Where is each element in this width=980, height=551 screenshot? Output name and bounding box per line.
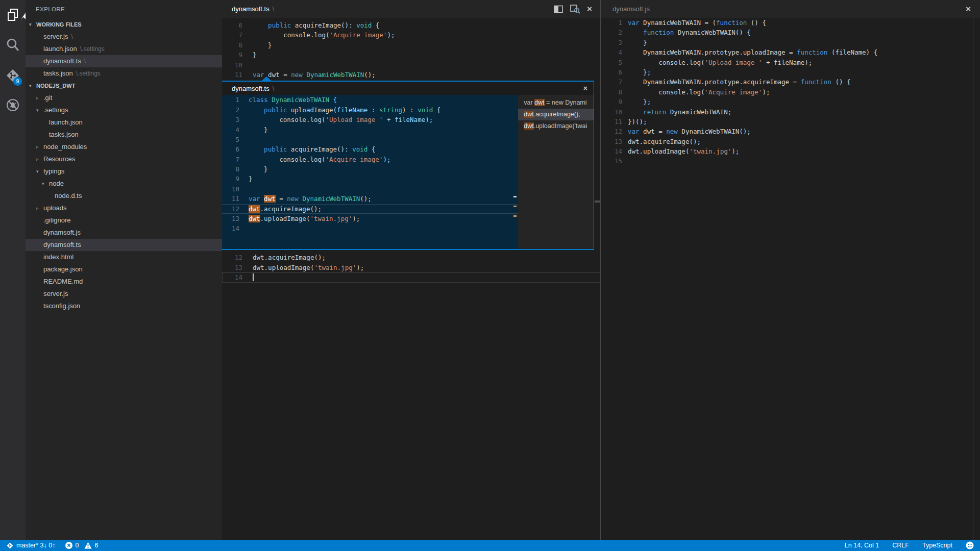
code-line[interactable]: 4 } xyxy=(222,125,518,135)
code-line[interactable]: 9} xyxy=(222,174,518,184)
search-icon[interactable] xyxy=(0,34,26,56)
tree-item--gitignore[interactable]: .gitignore xyxy=(26,214,222,227)
debug-icon[interactable] xyxy=(0,94,26,116)
code-line[interactable]: 6 }; xyxy=(601,67,980,77)
tree-item-launch-json[interactable]: launch.json xyxy=(26,116,222,129)
code-token: DynamicWebTWAIN = ( xyxy=(640,19,717,27)
git-branch-status[interactable]: master* 3↓ 0↑ xyxy=(6,542,55,549)
working-file-item[interactable]: server.js\ xyxy=(26,31,222,43)
code-line[interactable]: 7 console.log('Acquire image'); xyxy=(222,155,518,164)
peek-code-editor[interactable]: 1class DynamicWebTWAIN {2 public uploadI… xyxy=(222,95,518,249)
scrollbar-slider[interactable] xyxy=(595,201,600,203)
tree-item-readme-md[interactable]: README.md xyxy=(26,276,222,288)
tree-item-typings[interactable]: ▾typings xyxy=(26,165,222,178)
code-line[interactable]: 4 DynamicWebTWAIN.prototype.uploadImage … xyxy=(601,47,980,57)
tree-item-dynamsoft-ts[interactable]: dynamsoft.ts xyxy=(26,239,222,251)
working-file-item[interactable]: dynamsoft.ts\ xyxy=(26,55,222,67)
tree-item-uploads[interactable]: ▹uploads xyxy=(26,202,222,214)
close-editor-icon[interactable]: × xyxy=(966,5,971,13)
code-line[interactable]: 3 console.log('Upload image ' + fileName… xyxy=(222,115,518,124)
code-editor-bottom[interactable]: 12dwt.acquireImage();13dwt.uploadImage('… xyxy=(222,250,600,282)
problems-status[interactable]: 0 6 xyxy=(65,542,98,549)
code-line[interactable]: 15 xyxy=(601,156,980,166)
code-line[interactable]: 3 } xyxy=(601,38,980,47)
file-name: dynamsoft.ts xyxy=(43,55,81,67)
code-text: dwt.uploadImage('twain.jpg'); xyxy=(628,146,739,156)
tree-item-node-modules[interactable]: ▹node_modules xyxy=(26,141,222,153)
tree-item-server-js[interactable]: server.js xyxy=(26,288,222,300)
code-line[interactable]: 10 xyxy=(222,60,600,70)
working-file-item[interactable]: launch.json\.settings xyxy=(26,43,222,55)
code-line[interactable]: 2 public uploadImage(fileName : string) … xyxy=(222,105,518,115)
code-line[interactable]: 8 } xyxy=(222,40,600,50)
working-files-header[interactable]: ▾ WORKING FILES xyxy=(26,18,222,31)
feedback-smiley-icon[interactable] xyxy=(966,541,974,549)
code-token: } xyxy=(253,51,257,59)
tree-item-tsconfig-json[interactable]: tsconfig.json xyxy=(26,300,222,312)
code-line[interactable]: 8 console.log('Acquire image'); xyxy=(601,87,980,97)
tree-item-node[interactable]: ▾node xyxy=(26,178,222,190)
code-line[interactable]: 9} xyxy=(222,50,600,60)
tree-item-tasks-json[interactable]: tasks.json xyxy=(26,129,222,141)
code-line[interactable]: 14dwt.uploadImage('twain.jpg'); xyxy=(601,146,980,156)
cursor-position[interactable]: Ln 14, Col 1 xyxy=(845,542,879,549)
editor-title-bar: dynamsoft.js × xyxy=(601,0,980,18)
file-title[interactable]: dynamsoft.js xyxy=(601,5,650,13)
project-header[interactable]: ▾ NODEJS_DWT xyxy=(26,80,222,92)
text-cursor xyxy=(253,273,254,281)
code-editor-top[interactable]: 6 public acquireImage(): void {7 console… xyxy=(222,18,600,80)
code-line[interactable]: 1var DynamicWebTWAIN = (function () { xyxy=(601,18,980,28)
tree-item--settings[interactable]: ▾.settings xyxy=(26,104,222,116)
code-line[interactable]: 5 console.log('Upload image ' + fileName… xyxy=(601,58,980,67)
split-editor-icon[interactable] xyxy=(554,5,564,13)
code-line[interactable]: 12dwt.acquireImage(); xyxy=(222,204,518,214)
code-line[interactable]: 8 } xyxy=(222,164,518,174)
file-title[interactable]: dynamsoft.ts\ xyxy=(222,5,274,13)
code-line[interactable]: 9 }; xyxy=(601,97,980,107)
code-line[interactable]: 5 xyxy=(222,135,518,144)
code-line[interactable]: 13dwt.acquireImage(); xyxy=(601,137,980,146)
close-editor-icon[interactable]: × xyxy=(587,5,592,13)
code-token: console.log( xyxy=(628,88,705,96)
code-line[interactable]: 14 xyxy=(222,223,518,233)
code-line[interactable]: 7 console.log('Acquire image'); xyxy=(222,30,600,40)
code-line[interactable]: 2 function DynamicWebTWAIN() { xyxy=(601,28,980,37)
code-editor[interactable]: 1var DynamicWebTWAIN = (function () {2 f… xyxy=(601,18,980,166)
reference-text: var xyxy=(524,99,534,106)
code-line[interactable]: 10 xyxy=(222,184,518,194)
code-line[interactable]: 13dwt.uploadImage('twain.jpg'); xyxy=(222,214,518,223)
reference-item[interactable]: dwt.uploadImage('twai xyxy=(518,120,594,132)
code-line[interactable]: 7 DynamicWebTWAIN.prototype.acquireImage… xyxy=(601,77,980,87)
editor-scrollbar[interactable] xyxy=(594,18,600,540)
code-line[interactable]: 11var dwt = new DynamicWebTWAIN(); xyxy=(222,70,600,80)
code-line[interactable]: 10 return DynamicWebTWAIN; xyxy=(601,107,980,117)
reference-item[interactable]: dwt.acquireImage(); xyxy=(518,109,594,120)
code-token: + xyxy=(383,116,395,123)
code-token: fileName xyxy=(337,106,368,114)
code-line[interactable]: 11})(); xyxy=(601,117,980,127)
tree-item-dynamsoft-js[interactable]: dynamsoft.js xyxy=(26,227,222,239)
tree-item-package-json[interactable]: package.json xyxy=(26,263,222,276)
code-line[interactable]: 12var dwt = new DynamicWebTWAIN(); xyxy=(601,127,980,136)
code-line[interactable]: 6 public acquireImage(): void { xyxy=(222,144,518,154)
reference-item[interactable]: var dwt = new Dynami xyxy=(518,97,594,109)
code-line[interactable]: 1class DynamicWebTWAIN { xyxy=(222,95,518,105)
working-file-item[interactable]: tasks.json\.settings xyxy=(26,67,222,80)
peek-file-path: \ xyxy=(273,85,275,92)
highlighted-symbol: dwt xyxy=(264,195,276,203)
peek-close-icon[interactable]: × xyxy=(583,85,587,92)
code-line[interactable]: 14 xyxy=(222,272,600,282)
git-icon[interactable]: 9 xyxy=(0,64,26,87)
tree-item-node-d-ts[interactable]: node.d.ts xyxy=(26,190,222,202)
code-line[interactable]: 13dwt.uploadImage('twain.jpg'); xyxy=(222,263,600,272)
tree-item--git[interactable]: ▹.git xyxy=(26,92,222,104)
tree-item-index-html[interactable]: index.html xyxy=(26,251,222,263)
code-line[interactable]: 11var dwt = new DynamicWebTWAIN(); xyxy=(222,194,518,204)
language-mode[interactable]: TypeScript xyxy=(922,542,952,549)
code-line[interactable]: 12dwt.acquireImage(); xyxy=(222,253,600,262)
tree-item-resources[interactable]: ▹Resources xyxy=(26,153,222,165)
open-preview-icon[interactable] xyxy=(570,5,580,14)
code-line[interactable]: 6 public acquireImage(): void { xyxy=(222,20,600,30)
eol-indicator[interactable]: CRLF xyxy=(892,542,909,549)
editor-scrollbar[interactable] xyxy=(973,18,973,540)
